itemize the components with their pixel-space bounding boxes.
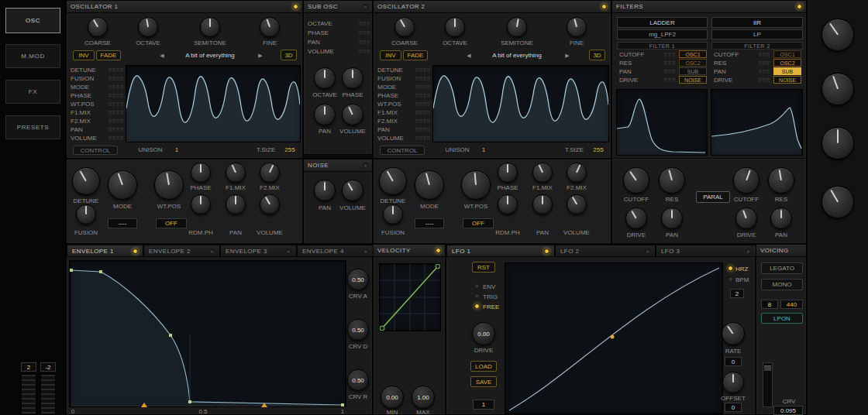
lfo-rate-value[interactable]: 0 [725, 357, 742, 366]
velocity-led[interactable] [436, 248, 441, 253]
envelope-2-led[interactable] [209, 249, 215, 254]
sub-pan-knob[interactable] [314, 104, 336, 125]
osc1-unison-value[interactable]: 1 [170, 146, 183, 153]
filter2-model-select[interactable]: LP [711, 29, 803, 39]
macro-2-value[interactable]: -2 [40, 362, 56, 372]
osc1-wtpos-value[interactable]: OFF [156, 218, 187, 228]
osc1-fine-knob[interactable] [260, 17, 280, 37]
lfo-bpm-dot[interactable] [728, 276, 733, 282]
lfo-drive-knob[interactable]: 0.00 [472, 322, 495, 345]
filter2-route-noise[interactable]: NOISE [773, 76, 801, 84]
tab-envelope-1[interactable]: ENVELOPE 1 [67, 245, 143, 257]
tab-envelope-4[interactable]: ENVELOPE 4 [297, 245, 374, 257]
osc2-semitone-knob[interactable] [507, 17, 527, 37]
osc1-param-f1mix[interactable]: F1.MIX [67, 108, 126, 117]
filter2-response-display[interactable] [711, 89, 803, 156]
osc2-invert-button[interactable]: INV [380, 50, 401, 60]
osc1-coarse-knob[interactable] [88, 17, 108, 37]
osc2-octave-knob[interactable] [445, 17, 465, 37]
osc1-volume-knob[interactable] [260, 194, 280, 214]
osc1-octave-knob[interactable] [138, 17, 158, 37]
noise-pan-knob[interactable] [314, 180, 336, 201]
osc1-f1mix-knob[interactable] [226, 163, 246, 183]
lfo-hrz-dot[interactable] [728, 266, 733, 271]
envelope-4-led[interactable] [363, 249, 368, 254]
osc2-param-detune[interactable]: DETUNE [374, 66, 432, 74]
filter1-param-drive[interactable]: DRIVE [615, 76, 677, 84]
osc2-detune-knob[interactable] [379, 167, 407, 195]
osc1-tsize-value[interactable]: 255 [281, 146, 299, 153]
tab-lfo-3[interactable]: LFO 3 [656, 245, 756, 257]
lfo-offset-value[interactable]: 0 [725, 403, 742, 412]
osc2-coarse-knob[interactable] [394, 17, 415, 37]
osc2-wtpos-value[interactable]: OFF [463, 218, 494, 228]
filter2-route-osc1[interactable]: OSC1 [773, 50, 801, 58]
filter2-drive-knob[interactable] [735, 208, 757, 229]
noise-power-led[interactable] [363, 163, 368, 168]
filter-parallel-button[interactable]: PARAL [696, 191, 730, 203]
velocity-curve-display[interactable] [379, 263, 441, 331]
filter2-type-select[interactable]: IIR [711, 17, 803, 28]
sub-param-pan[interactable]: PAN [304, 38, 372, 46]
filter2-cutoff-knob[interactable] [733, 167, 760, 194]
osc2-f1mix-knob[interactable] [532, 163, 553, 183]
noise-volume-knob[interactable] [342, 180, 363, 201]
osc1-param-mode[interactable]: MODE [67, 83, 126, 91]
filter1-route-sub[interactable]: SUB [679, 67, 707, 75]
osc1-mode-knob[interactable] [108, 170, 137, 200]
osc1-waveform-display[interactable] [126, 65, 301, 142]
filter1-response-display[interactable] [616, 89, 708, 156]
osc2-param-f1mix[interactable]: F1.MIX [374, 108, 432, 117]
filter1-route-osc1[interactable]: OSC1 [679, 50, 707, 58]
osc2-param-mode[interactable]: MODE [374, 83, 432, 91]
env-crv-a-knob[interactable]: 0.50 [347, 269, 369, 290]
voicing-mono-button[interactable]: MONO [761, 279, 803, 290]
lfo-offset-knob[interactable] [722, 372, 744, 393]
osc2-next-wavetable-icon[interactable]: ▶ [562, 50, 573, 60]
lfo-curve-display[interactable] [505, 262, 723, 414]
osc1-next-wavetable-icon[interactable]: ▶ [255, 50, 266, 60]
osc1-invert-button[interactable]: INV [73, 50, 95, 60]
osc2-f2mix-knob[interactable] [567, 163, 587, 183]
sub-octave-knob[interactable] [314, 67, 336, 89]
macro-2-slider[interactable] [40, 374, 56, 415]
osc1-param-pan[interactable]: PAN [67, 125, 126, 134]
lfo-step-value[interactable]: 1 [473, 400, 494, 410]
voicing-tune-value[interactable]: 440 [780, 300, 803, 309]
voicing-crv-slider[interactable] [763, 362, 773, 407]
osc1-wtpos-knob[interactable] [154, 170, 184, 200]
osc1-param-detune[interactable]: DETUNE [67, 66, 126, 74]
envelope-1-led[interactable] [133, 249, 138, 254]
macro-knob-1[interactable] [822, 19, 854, 51]
filter2-res-knob[interactable] [768, 167, 794, 194]
macro-1-value[interactable]: 2 [21, 362, 36, 372]
osc1-control-button[interactable]: CONTROL [73, 146, 118, 155]
sidebar-item-presets[interactable]: PRESETS [5, 115, 60, 139]
lfo-mode-free-label[interactable]: FREE [483, 304, 506, 310]
lfo-sync-value[interactable]: 2 [730, 289, 744, 298]
osc2-fade-button[interactable]: FADE [403, 50, 428, 60]
osc2-volume-knob[interactable] [567, 194, 587, 214]
filter1-res-knob[interactable] [659, 167, 685, 194]
filter2-param-pan[interactable]: PAN [710, 67, 772, 76]
oscillator-2-power-led[interactable] [601, 4, 607, 9]
voicing-lpon-button[interactable]: LPON [761, 313, 803, 324]
sidebar-item-osc[interactable]: OSC [5, 8, 60, 33]
osc1-wavetable-name[interactable]: A bit of everything [167, 52, 253, 59]
filter1-model-select[interactable]: mg_LPF2 [617, 29, 708, 39]
osc2-phase-knob[interactable] [498, 163, 518, 183]
osc2-tsize-value[interactable]: 255 [589, 146, 608, 153]
envelope-display[interactable] [69, 260, 346, 407]
osc1-mode-value[interactable]: ---- [108, 218, 137, 228]
oscillator-1-power-led[interactable] [293, 4, 298, 9]
osc1-fusion-knob[interactable] [76, 204, 96, 225]
sub-volume-knob[interactable] [342, 104, 363, 125]
env-crv-r-knob[interactable]: 0.50 [347, 369, 369, 391]
osc2-fine-knob[interactable] [567, 17, 587, 37]
osc2-pan-knob[interactable] [532, 194, 553, 214]
filter2-route-sub[interactable]: SUB [773, 67, 801, 75]
osc2-param-phase[interactable]: PHASE [374, 91, 432, 100]
filter2-param-res[interactable]: RES [710, 59, 772, 67]
voicing-crv-value[interactable]: 0.095 [773, 406, 803, 415]
osc2-rdmph-knob[interactable] [498, 194, 518, 214]
